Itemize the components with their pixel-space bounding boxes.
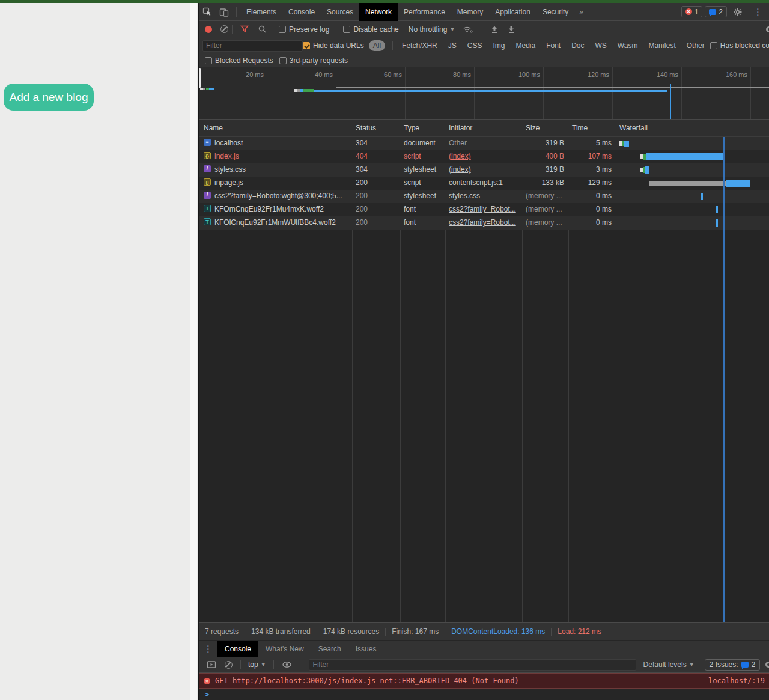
request-initiator-link[interactable]: styles.css (449, 192, 520, 200)
inspect-element-icon[interactable] (199, 5, 216, 19)
drawer-tabbar: ⋮ Console What's New Search Issues (199, 640, 769, 657)
network-overview-timeline[interactable]: 20 ms 40 ms 60 ms 80 ms 100 ms 120 ms 14… (199, 67, 769, 120)
ruler-tick: 100 ms (510, 71, 540, 78)
drawer-tab-console[interactable]: Console (217, 641, 258, 657)
throttling-select[interactable]: No throttling ▼ (409, 25, 455, 34)
tab-performance[interactable]: Performance (398, 3, 451, 21)
tab-sources[interactable]: Sources (321, 3, 359, 21)
blocked-requests-label[interactable]: Blocked Requests (215, 56, 273, 65)
column-header-initiator[interactable]: Initiator (449, 124, 472, 132)
filter-funnel-icon[interactable] (240, 25, 249, 34)
drawer-menu-icon[interactable]: ⋮ (199, 644, 217, 654)
console-prompt[interactable]: > (199, 689, 769, 700)
drawer-tab-search[interactable]: Search (311, 641, 348, 657)
drawer-tab-issues[interactable]: Issues (348, 641, 384, 657)
third-party-requests-checkbox[interactable] (279, 57, 287, 64)
clear-network-log-icon[interactable] (220, 25, 228, 33)
tab-security[interactable]: Security (536, 3, 574, 21)
preserve-log-checkbox[interactable] (279, 26, 286, 33)
disable-cache-label[interactable]: Disable cache (353, 25, 398, 34)
divider (232, 25, 233, 34)
column-header-waterfall[interactable]: Waterfall (619, 124, 648, 132)
column-header-time[interactable]: Time (572, 124, 588, 132)
table-row[interactable]: {} index.js 404 script (index) 400 B 107… (199, 150, 769, 163)
more-tabs-icon[interactable]: » (574, 8, 588, 16)
tab-network[interactable]: Network (359, 3, 398, 21)
filter-type-all[interactable]: All (369, 40, 385, 51)
tab-memory[interactable]: Memory (451, 3, 489, 21)
request-name: KFOlCnqEu92Fr1MmWUlfBBc4.woff2 (214, 218, 350, 227)
has-blocked-cookies-label[interactable]: Has blocked cookies (720, 41, 769, 50)
filter-type-doc[interactable]: Doc (566, 41, 589, 50)
network-filter-input[interactable] (202, 40, 303, 52)
live-expression-eye-icon[interactable] (282, 660, 292, 669)
drawer-tab-whats-new[interactable]: What's New (258, 641, 311, 657)
console-sidebar-icon[interactable] (207, 660, 216, 669)
tab-elements[interactable]: Elements (240, 3, 282, 21)
column-header-status[interactable]: Status (356, 124, 376, 132)
filter-type-css[interactable]: CSS (462, 41, 488, 50)
devtools-menu-icon[interactable]: ⋮ (749, 7, 767, 17)
error-url-link[interactable]: http://localhost:3000/js/index.js (233, 677, 375, 685)
table-row[interactable]: / css2?family=Roboto:wght@300;400;5... 2… (199, 190, 769, 203)
request-initiator-link[interactable]: contentscript.js:1 (449, 178, 520, 187)
table-row[interactable]: T KFOmCnqEu92Fr1Mu4mxK.woff2 200 font cs… (199, 203, 769, 216)
blocked-requests-checkbox[interactable] (205, 57, 212, 64)
filter-type-js[interactable]: JS (443, 41, 462, 50)
request-initiator-link[interactable]: css2?family=Robot... (449, 205, 520, 213)
column-header-size[interactable]: Size (526, 124, 540, 132)
has-blocked-cookies-checkbox[interactable] (710, 42, 717, 49)
filter-type-other[interactable]: Other (681, 41, 710, 50)
table-row[interactable]: {} inpage.js 200 script contentscript.js… (199, 177, 769, 190)
filter-type-fetch-xhr[interactable]: Fetch/XHR (397, 41, 443, 50)
waterfall-bar (616, 203, 769, 216)
table-row[interactable]: T KFOlCnqEu92Fr1MmWUlfBBc4.woff2 200 fon… (199, 216, 769, 230)
error-source-link[interactable]: localhost/:19 (708, 677, 765, 685)
record-network-log-icon[interactable] (205, 26, 212, 33)
log-levels-select[interactable]: Default levels ▼ (643, 660, 695, 669)
third-party-requests-label[interactable]: 3rd-party requests (290, 56, 348, 65)
issues-button[interactable]: 2 Issues: 2 (705, 659, 761, 671)
hide-data-urls-checkbox[interactable] (303, 42, 310, 49)
column-header-name[interactable]: Name (204, 124, 223, 132)
table-rows: ≡ localhost 304 document Other 319 B 5 m… (199, 137, 769, 230)
execution-context-select[interactable]: top ▼ (248, 660, 266, 669)
column-header-type[interactable]: Type (404, 124, 419, 132)
search-icon[interactable] (258, 25, 267, 34)
request-initiator-link[interactable]: (index) (449, 165, 520, 174)
filter-type-ws[interactable]: WS (590, 41, 612, 50)
divider (275, 25, 275, 34)
filter-type-font[interactable]: Font (541, 41, 566, 50)
network-conditions-icon[interactable] (463, 25, 474, 34)
console-error-message[interactable]: ✕ GET http://localhost:3000/js/index.js … (199, 673, 769, 689)
filter-type-media[interactable]: Media (510, 41, 541, 50)
issues-badge[interactable]: 2 (705, 6, 727, 17)
settings-gear-icon[interactable] (729, 5, 746, 19)
clipped-gear-icon[interactable] (764, 660, 769, 669)
table-row[interactable]: / styles.css 304 stylesheet (index) 319 … (199, 163, 769, 177)
tab-console[interactable]: Console (282, 3, 321, 21)
request-initiator-link[interactable]: css2?family=Robot... (449, 218, 520, 227)
preserve-log-label[interactable]: Preserve log (289, 25, 329, 34)
request-status: 200 (356, 192, 398, 200)
device-toolbar-icon[interactable] (216, 5, 233, 19)
console-filter-input[interactable] (309, 659, 636, 671)
import-har-icon[interactable] (490, 25, 499, 34)
request-status: 404 (356, 152, 398, 160)
hide-data-urls-label[interactable]: Hide data URLs (313, 41, 364, 50)
filter-type-wasm[interactable]: Wasm (612, 41, 643, 50)
error-detail: net::ERR_ABORTED 404 (Not Found) (380, 677, 519, 685)
table-row[interactable]: ≡ localhost 304 document Other 319 B 5 m… (199, 137, 769, 150)
request-status: 304 (356, 139, 398, 147)
clipped-gear-icon[interactable] (764, 25, 769, 34)
tab-application[interactable]: Application (489, 3, 536, 21)
error-badge[interactable]: ✕ 1 (681, 6, 703, 17)
filter-type-manifest[interactable]: Manifest (643, 41, 681, 50)
add-blog-button[interactable]: Add a new blog (4, 84, 94, 111)
clear-console-icon[interactable] (225, 661, 233, 669)
filter-type-img[interactable]: Img (487, 41, 510, 50)
request-initiator-link[interactable]: (index) (449, 152, 520, 160)
export-har-icon[interactable] (507, 25, 515, 34)
page-scrollbar[interactable] (190, 3, 197, 700)
disable-cache-checkbox[interactable] (343, 26, 350, 33)
